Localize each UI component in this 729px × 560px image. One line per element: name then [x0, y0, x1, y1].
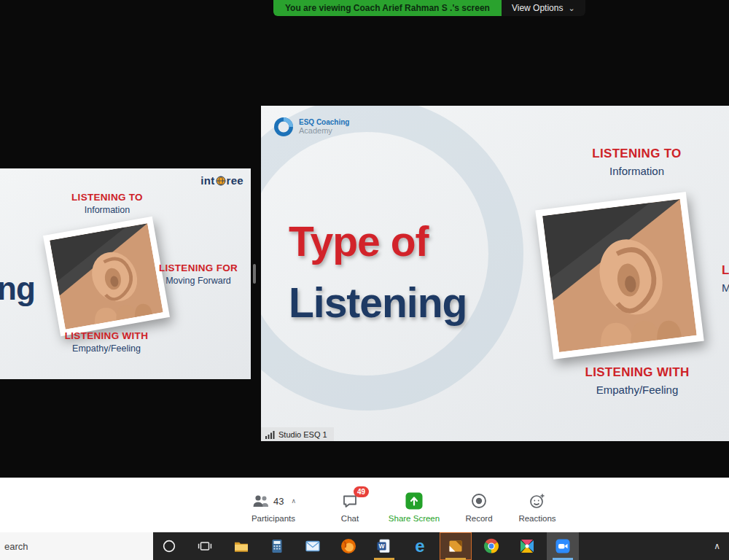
chrome-button[interactable] — [475, 532, 507, 560]
firefox-icon — [340, 537, 357, 555]
viewing-screen-message: You are viewing Coach Arief Rahman S .'s… — [273, 0, 502, 16]
file-explorer-button[interactable] — [225, 532, 257, 560]
zoom-meeting-window: You are viewing Coach Arief Rahman S .'s… — [0, 0, 729, 560]
listening-with-block: LISTENING WITH Empathy/Feeling — [572, 365, 703, 396]
zoom-app-icon — [554, 537, 572, 555]
participants-button[interactable]: 43 ∧ Participants — [238, 491, 308, 523]
listening-to-subtitle: Information — [49, 205, 165, 215]
participants-menu-chevron-icon[interactable]: ∧ — [291, 497, 296, 505]
svg-text:W: W — [378, 542, 385, 550]
slide-title-line2: Listening — [289, 282, 467, 324]
view-options-button[interactable]: View Options ⌄ — [502, 0, 585, 16]
chat-unread-badge: 49 — [354, 486, 369, 497]
participant-name-label: Studio ESQ 1 — [261, 427, 334, 441]
listening-to-block: LISTENING TO Information — [573, 147, 701, 177]
zoom-control-bar: 43 ∧ Participants 49 Chat — [0, 478, 729, 532]
calculator-icon — [268, 537, 286, 555]
record-icon — [470, 492, 488, 510]
listening-to-heading: LISTENING TO — [573, 147, 701, 161]
chat-label: Chat — [341, 514, 359, 523]
intotree-logo: int ree — [200, 174, 243, 187]
globe-icon — [216, 176, 226, 186]
ear-photo — [535, 192, 704, 359]
task-view-icon — [197, 538, 213, 554]
mail-icon — [304, 537, 321, 555]
shared-screen-slide: ESQ Coaching Academy Type of Listening L… — [261, 106, 729, 441]
share-screen-button[interactable]: Share Screen — [379, 491, 449, 523]
esq-logo-line2: Academy — [299, 126, 349, 135]
photos-icon — [518, 537, 536, 555]
word-icon: W — [375, 537, 393, 555]
participants-count: 43 — [273, 496, 284, 507]
firefox-button[interactable] — [332, 532, 364, 560]
svg-text:e: e — [415, 537, 424, 555]
listening-for-subtitle: Moving Forward — [144, 276, 251, 286]
task-view-button[interactable] — [189, 532, 221, 560]
mail-button[interactable] — [297, 532, 329, 560]
windows-taskbar: earch — [0, 532, 729, 560]
powerpoint-icon — [447, 537, 464, 555]
reactions-label: Reactions — [518, 514, 555, 523]
listening-for-block-cut: LISTENING FOR Moving Forward — [722, 263, 729, 294]
photos-button[interactable] — [511, 532, 543, 560]
participants-icon — [251, 493, 270, 509]
listening-to-heading: LISTENING TO — [49, 192, 165, 203]
listening-for-heading: LISTENING FOR — [722, 263, 729, 278]
listening-with-block: LISTENING WITH Empathy/Feeling — [48, 330, 165, 354]
logo-text-post: ree — [227, 174, 243, 187]
reactions-button[interactable]: Reactions — [502, 491, 572, 523]
edge-icon: e — [411, 537, 429, 555]
listening-with-subtitle: Empathy/Feeling — [572, 384, 703, 396]
tray-chevron-icon[interactable]: ∧ — [714, 532, 720, 560]
logo-text-pre: int — [200, 174, 214, 187]
listening-with-heading: LISTENING WITH — [572, 365, 703, 380]
view-options-label: View Options — [512, 3, 563, 13]
chevron-down-icon: ⌄ — [568, 4, 574, 13]
partial-slide-title: ng — [0, 271, 35, 307]
record-label: Record — [465, 514, 492, 523]
esq-logo-icon — [273, 116, 295, 138]
listening-for-subtitle: Moving Forward — [722, 281, 729, 294]
participants-label: Participants — [252, 514, 295, 523]
listening-with-subtitle: Empathy/Feeling — [48, 343, 165, 354]
chrome-icon — [483, 537, 500, 555]
camera-name-text: Studio ESQ 1 — [278, 430, 327, 439]
slide-title-line1: Type of — [289, 221, 428, 262]
zoom-app-button[interactable] — [547, 532, 579, 560]
ear-photo-image — [542, 199, 696, 352]
esq-logo-line1: ESQ Coaching — [299, 118, 349, 126]
file-explorer-icon — [233, 537, 250, 555]
esq-academy-logo: ESQ Coaching Academy — [273, 116, 349, 138]
edge-button[interactable]: e — [404, 532, 436, 560]
chat-button[interactable]: 49 Chat — [315, 491, 385, 523]
reactions-icon — [529, 492, 546, 510]
taskbar-search-input[interactable]: earch — [0, 532, 153, 560]
powerpoint-button[interactable] — [440, 532, 472, 560]
cortana-icon — [161, 538, 177, 554]
cortana-button[interactable] — [153, 532, 185, 560]
slide-thumbnail-left: int ree ng LISTENING TO Information — [0, 168, 251, 379]
word-button[interactable]: W — [368, 532, 400, 560]
listening-to-subtitle: Information — [573, 165, 701, 177]
listening-to-block: LISTENING TO Information — [49, 192, 165, 215]
gallery-resize-handle[interactable] — [253, 264, 256, 284]
share-screen-icon — [405, 491, 424, 510]
listening-for-block: LISTENING FOR Moving Forward — [144, 262, 251, 286]
calculator-button[interactable] — [261, 532, 293, 560]
screen-share-banner: You are viewing Coach Arief Rahman S .'s… — [273, 0, 585, 16]
listening-with-heading: LISTENING WITH — [48, 330, 165, 341]
listening-for-heading: LISTENING FOR — [144, 262, 251, 273]
share-screen-label: Share Screen — [389, 514, 440, 523]
signal-bars-icon — [265, 430, 275, 439]
